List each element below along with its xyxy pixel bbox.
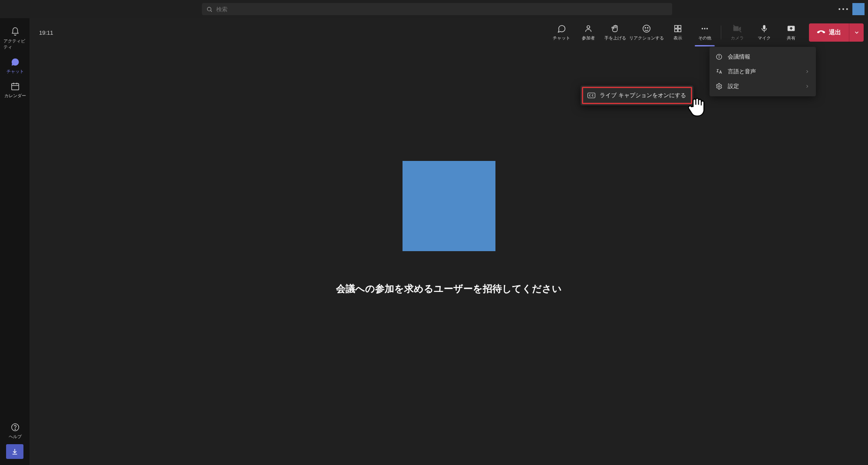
calendar-icon: [10, 82, 20, 91]
title-bar: [0, 0, 868, 18]
svg-point-13: [645, 27, 646, 28]
svg-rect-17: [675, 29, 677, 32]
svg-point-29: [718, 85, 720, 87]
meeting-center: 会議への参加を求めるユーザーを招待してください: [336, 161, 562, 295]
people-icon: [584, 24, 593, 33]
toolbar-react[interactable]: リアクションする: [629, 21, 664, 44]
grid-icon: [673, 24, 683, 33]
svg-point-19: [702, 28, 703, 29]
ellipsis-icon: [700, 24, 710, 33]
svg-point-20: [704, 28, 705, 29]
menu-meeting-info[interactable]: 会議情報: [710, 49, 816, 64]
toolbar-label: マイク: [758, 35, 771, 41]
chat-icon: [10, 57, 20, 67]
share-screen-icon: [786, 24, 796, 33]
language-icon: [716, 68, 723, 75]
svg-point-12: [643, 25, 650, 33]
svg-point-21: [706, 28, 708, 29]
rail-calendar[interactable]: カレンダー: [3, 79, 27, 103]
svg-point-0: [207, 7, 211, 11]
toolbar-label: チャット: [553, 35, 570, 41]
live-caption-button[interactable]: ライブ キャプションをオンにする: [582, 87, 692, 104]
gear-icon: [716, 83, 723, 90]
svg-line-1: [211, 10, 212, 12]
more-menu: 会議情報 言語と音声 設定: [710, 47, 816, 96]
participant-avatar-placeholder: [403, 161, 495, 251]
ellipsis-icon: [837, 3, 850, 16]
toolbar-people[interactable]: 参加者: [575, 21, 602, 44]
toolbar-label: その他: [698, 35, 711, 41]
emoji-icon: [642, 24, 651, 33]
menu-settings[interactable]: 設定: [710, 79, 816, 94]
svg-point-11: [587, 26, 590, 28]
rail-label: ヘルプ: [9, 434, 22, 440]
meeting-toolbar: 19:11 チャット 参加者 手を上げる リアクションする 表示 その他: [30, 18, 868, 47]
toolbar-label: 共有: [787, 35, 795, 41]
svg-point-3: [842, 8, 844, 10]
menu-label: 会議情報: [728, 53, 750, 61]
mic-icon: [759, 24, 769, 33]
hand-icon: [611, 24, 620, 33]
toolbar-label: 表示: [673, 35, 682, 41]
meeting-stage: 19:11 チャット 参加者 手を上げる リアクションする 表示 その他: [30, 18, 868, 465]
leave-label: 退出: [829, 29, 841, 36]
rail-label: カレンダー: [4, 93, 26, 99]
toolbar-view[interactable]: 表示: [664, 21, 691, 44]
menu-label: 言語と音声: [728, 68, 756, 75]
svg-rect-18: [678, 29, 681, 32]
chevron-down-icon: [854, 29, 860, 36]
rail-help[interactable]: ヘルプ: [3, 420, 27, 444]
toolbar-camera[interactable]: カメラ: [724, 21, 751, 44]
leave-dropdown[interactable]: [849, 23, 864, 42]
bell-icon: [10, 27, 20, 36]
download-icon: [11, 448, 19, 455]
toolbar-mic[interactable]: マイク: [751, 21, 778, 44]
search-box[interactable]: [202, 3, 672, 15]
toolbar-share[interactable]: 共有: [778, 21, 805, 44]
chevron-right-icon: [805, 69, 810, 74]
svg-rect-23: [763, 25, 766, 29]
svg-rect-5: [12, 84, 19, 90]
toolbar-label: カメラ: [731, 35, 744, 41]
chat-bubble-icon: [557, 24, 566, 33]
meeting-time: 19:11: [39, 29, 53, 36]
svg-point-4: [846, 8, 848, 10]
search-input[interactable]: [216, 6, 668, 13]
camera-off-icon: [733, 24, 742, 33]
live-caption-callout: ライブ キャプションをオンにする: [581, 85, 693, 105]
toolbar-raise-hand[interactable]: 手を上げる: [602, 21, 629, 44]
svg-point-28: [719, 56, 719, 56]
menu-language-audio[interactable]: 言語と音声: [710, 64, 816, 79]
live-caption-label: ライブ キャプションをオンにする: [600, 92, 686, 99]
svg-rect-30: [588, 93, 595, 98]
svg-rect-15: [675, 26, 677, 28]
svg-point-2: [838, 8, 840, 10]
rail-activity[interactable]: アクティビティ: [3, 24, 27, 55]
title-more-button[interactable]: [837, 3, 850, 16]
invite-message: 会議への参加を求めるユーザーを招待してください: [336, 282, 562, 295]
leave-group: 退出: [809, 23, 864, 42]
toolbar-divider: [721, 26, 721, 39]
search-icon: [206, 6, 213, 13]
toolbar-label: 参加者: [582, 35, 595, 41]
svg-point-10: [15, 429, 15, 429]
rail-chat[interactable]: チャット: [3, 55, 27, 79]
help-icon: [10, 422, 20, 432]
hangup-icon: [817, 28, 825, 37]
toolbar-label: 手を上げる: [604, 35, 626, 41]
chevron-right-icon: [805, 84, 810, 89]
profile-avatar[interactable]: [852, 3, 865, 15]
toolbar-more[interactable]: その他: [691, 21, 718, 44]
rail-label: チャット: [7, 69, 24, 75]
menu-label: 設定: [728, 82, 739, 90]
leave-button[interactable]: 退出: [809, 23, 849, 42]
info-icon: [716, 53, 723, 60]
cc-icon: [587, 92, 595, 98]
svg-rect-16: [678, 26, 681, 28]
svg-point-14: [647, 27, 648, 28]
toolbar-label: リアクションする: [629, 35, 664, 41]
app-rail: アクティビティ チャット カレンダー ヘルプ: [0, 18, 30, 465]
rail-label: アクティビティ: [3, 38, 27, 50]
rail-download[interactable]: [6, 444, 23, 459]
toolbar-chat[interactable]: チャット: [548, 21, 575, 44]
